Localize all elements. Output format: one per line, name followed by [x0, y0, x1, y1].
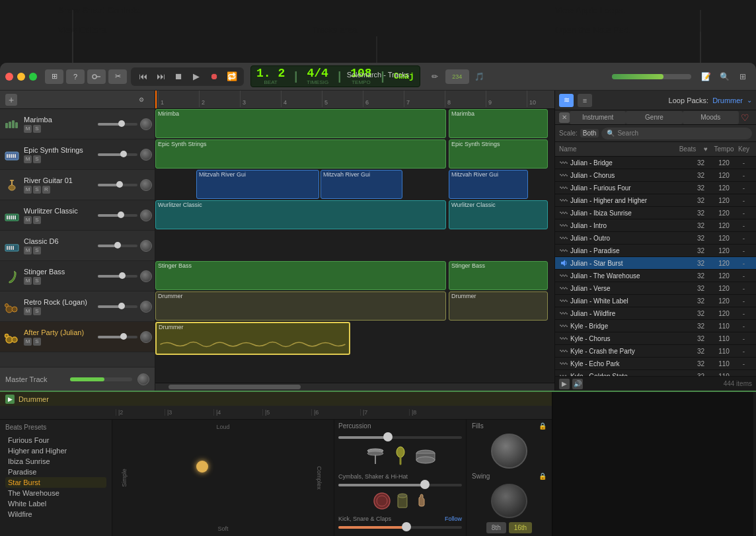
region-julian-selected[interactable]: Drummer — [155, 322, 350, 355]
region-guitar-2[interactable]: Mitzvah River Gui — [321, 170, 402, 199]
track-pan-knob[interactable] — [140, 149, 152, 161]
apple-loops-button[interactable]: 🔍 — [716, 69, 732, 84]
region-synth-2[interactable]: Epic Synth Strings — [449, 139, 548, 169]
snare-item[interactable] — [415, 448, 436, 467]
track-volume-slider[interactable] — [98, 184, 137, 186]
track-item[interactable]: Epic Synth Strings M S — [0, 139, 155, 170]
mute-button[interactable]: M — [24, 307, 32, 315]
track-pan-knob[interactable] — [140, 240, 152, 252]
master-pan-knob[interactable] — [137, 373, 149, 385]
track-volume-slider[interactable] — [98, 336, 137, 338]
kicks-slider[interactable] — [338, 526, 462, 529]
fast-forward-button[interactable]: ⏭ — [153, 69, 169, 84]
count-in-button[interactable]: 234 — [445, 69, 469, 84]
loop-item[interactable]: Julian - Star Burst32120- — [555, 257, 756, 270]
close-button[interactable] — [5, 73, 13, 81]
note-16th-button[interactable]: 16th — [509, 522, 532, 533]
track-volume-slider[interactable] — [98, 153, 137, 156]
loop-item[interactable]: Julian - Bridge32120- — [555, 157, 756, 169]
loop-item[interactable]: Kyle - Bridge32110- — [555, 320, 756, 332]
tracks-options-button[interactable]: ⚙ — [133, 93, 149, 107]
loop-item[interactable]: Kyle - Golden State32110- — [555, 370, 756, 376]
region-wurlitzer-1[interactable]: Wurlitzer Classic — [155, 200, 446, 229]
rewind-button[interactable]: ⏮ — [135, 69, 151, 84]
help-button[interactable]: ? — [66, 69, 85, 84]
solo-button[interactable]: S — [33, 247, 41, 254]
track-volume-slider[interactable] — [98, 123, 137, 126]
record-arm-button[interactable]: R — [42, 186, 50, 194]
smart-controls-right-button[interactable]: ⊞ — [735, 69, 751, 84]
drummer-complexity-dot[interactable] — [196, 461, 208, 473]
scrollbar-thumb[interactable] — [169, 385, 301, 389]
preset-ibiza-sunrise[interactable]: Ibiza Sunrise — [5, 456, 106, 467]
master-track-volume[interactable] — [70, 377, 132, 381]
col-name-header[interactable]: Name — [559, 145, 676, 153]
mute-button[interactable]: M — [24, 216, 32, 224]
region-bass-2[interactable]: Stinger Bass — [449, 261, 548, 290]
hihat-item[interactable] — [365, 445, 386, 467]
mute-button[interactable]: M — [24, 277, 32, 285]
solo-button[interactable]: S — [33, 186, 41, 194]
loop-item[interactable]: Kyle - Crash the Party32110- — [555, 345, 756, 358]
region-wurlitzer-2[interactable]: Wurlitzer Classic — [449, 200, 548, 229]
track-item[interactable]: Retro Rock (Logan) M S — [0, 291, 155, 322]
track-pan-knob[interactable] — [140, 118, 152, 130]
track-pan-knob[interactable] — [140, 301, 152, 313]
col-tempo-header[interactable]: Tempo — [712, 145, 736, 153]
fills-knob[interactable] — [491, 434, 527, 469]
shaker-item[interactable] — [391, 445, 410, 467]
preset-furious-four[interactable]: Furious Four — [5, 435, 106, 445]
loop-item[interactable]: Julian - White Label32120- — [555, 295, 756, 307]
skip-back-button[interactable]: ⏹ — [170, 69, 186, 84]
track-volume-slider[interactable] — [98, 305, 137, 308]
scale-select[interactable]: Both — [580, 129, 599, 137]
region-drummer-2[interactable]: Drummer — [449, 291, 548, 321]
track-pan-knob[interactable] — [140, 270, 152, 282]
solo-button[interactable]: S — [33, 155, 41, 163]
loops-tab-list[interactable]: ≡ — [578, 94, 592, 107]
scissors-button[interactable]: ✂ — [108, 69, 127, 84]
maximize-button[interactable] — [29, 73, 37, 81]
solo-button[interactable]: S — [33, 307, 41, 315]
record-button[interactable]: ⏺ — [206, 69, 222, 84]
track-volume-slider[interactable] — [98, 245, 137, 247]
loops-tab-waveform[interactable]: ≋ — [559, 94, 574, 107]
minimize-button[interactable] — [17, 73, 25, 81]
mute-button[interactable]: M — [24, 155, 32, 163]
loop-item[interactable]: Julian - Paradise32120- — [555, 245, 756, 257]
preset-paradise[interactable]: Paradise — [5, 467, 106, 477]
preset-white-label[interactable]: White Label — [5, 498, 106, 509]
track-volume-slider[interactable] — [98, 214, 137, 217]
preset-higher-higher[interactable]: Higher and Higher — [5, 445, 106, 456]
region-marimba-2[interactable]: Marimba — [449, 109, 548, 138]
kicks-thumb[interactable] — [402, 522, 411, 531]
note-pad-button[interactable]: 📝 — [698, 69, 714, 84]
filter-close-button[interactable]: ✕ — [559, 112, 570, 123]
footer-play-button[interactable]: ▶ — [559, 379, 570, 389]
loop-item[interactable]: Julian - Intro32120- — [555, 219, 756, 232]
loop-item[interactable]: Kyle - Echo Park32110- — [555, 358, 756, 370]
mute-button[interactable]: M — [24, 338, 32, 346]
region-synth-1[interactable]: Epic Synth Strings — [155, 139, 446, 169]
master-track[interactable]: Master Track — [0, 367, 155, 391]
track-item[interactable]: Stinger Bass M S — [0, 261, 155, 291]
solo-button[interactable]: S — [33, 216, 41, 224]
solo-button[interactable]: S — [33, 277, 41, 285]
track-item[interactable]: River Guitar 01 M S R — [0, 170, 155, 200]
play-button[interactable]: ▶ — [188, 69, 204, 84]
cycle-button[interactable]: 🔁 — [224, 69, 240, 84]
loop-item[interactable]: Kyle - Chorus32110- — [555, 332, 756, 345]
region-marimba-1[interactable]: Mirimba — [155, 109, 446, 138]
cymbals-thumb[interactable] — [420, 480, 430, 489]
smart-controls-button[interactable] — [87, 69, 106, 84]
mute-button[interactable]: M — [24, 186, 32, 194]
add-track-button[interactable]: + — [5, 94, 17, 106]
col-beats-header[interactable]: Beats — [676, 145, 699, 153]
swing-knob[interactable] — [491, 484, 527, 519]
library-button[interactable]: ⊞ — [45, 69, 63, 84]
note-8th-button[interactable]: 8th — [486, 522, 506, 533]
loop-item[interactable]: Julian - Verse32120- — [555, 282, 756, 295]
favorites-button[interactable]: ♡ — [739, 111, 752, 124]
loop-item[interactable]: Julian - Wildfire32120- — [555, 307, 756, 320]
loop-item[interactable]: Julian - Chorus32120- — [555, 169, 756, 182]
